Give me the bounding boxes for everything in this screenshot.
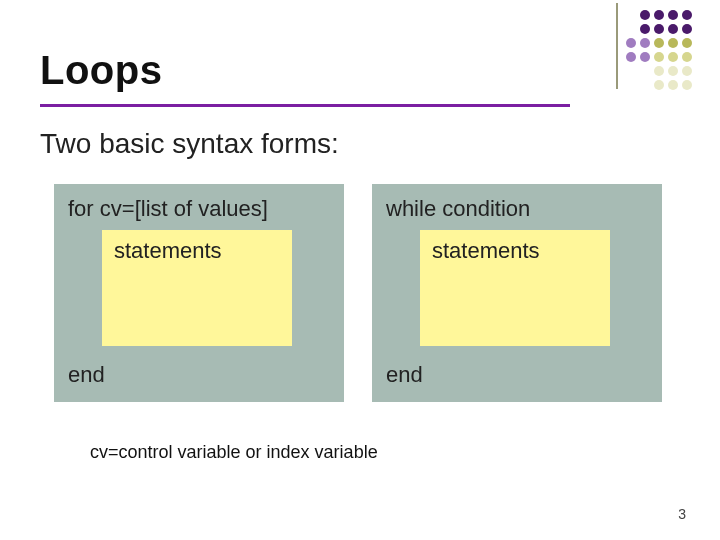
panel-while-body: statements <box>432 238 540 264</box>
title-wrap: Loops <box>40 48 680 93</box>
panels: for cv=[list of values] statements end w… <box>54 184 662 402</box>
panel-for-end: end <box>68 362 105 388</box>
page-title: Loops <box>40 48 680 93</box>
panel-while: while condition statements end <box>372 184 662 402</box>
page-number: 3 <box>678 506 686 522</box>
panel-for-header: for cv=[list of values] <box>68 196 268 222</box>
slide: Loops Two basic syntax forms: for cv=[li… <box>0 0 720 540</box>
subtitle: Two basic syntax forms: <box>40 128 339 160</box>
panel-for-body-box: statements <box>102 230 292 346</box>
title-underline <box>40 104 570 107</box>
panel-while-end: end <box>386 362 423 388</box>
panel-while-body-box: statements <box>420 230 610 346</box>
panel-while-header: while condition <box>386 196 530 222</box>
panel-for-body: statements <box>114 238 222 264</box>
panel-for: for cv=[list of values] statements end <box>54 184 344 402</box>
footnote: cv=control variable or index variable <box>90 442 378 463</box>
